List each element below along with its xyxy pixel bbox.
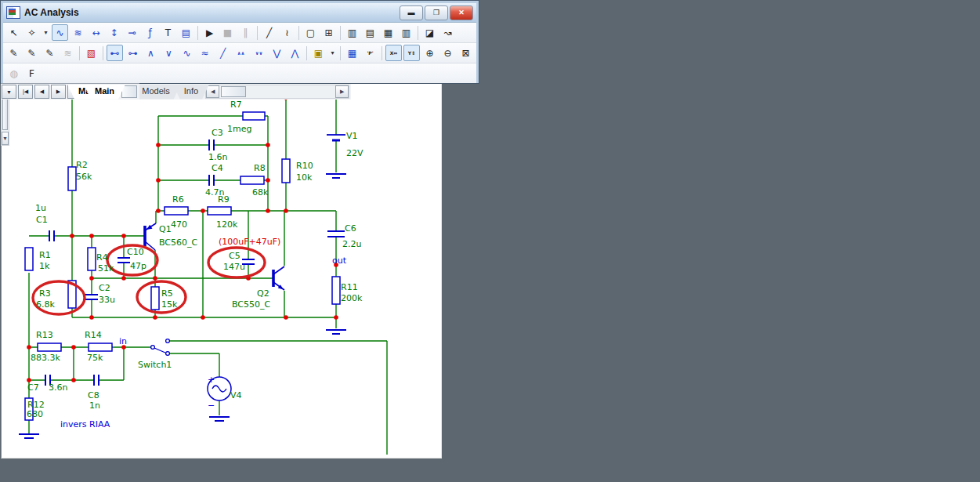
analysis-toolbar-row3: ◍F	[3, 63, 476, 83]
restore-button[interactable]: ❐	[425, 5, 448, 20]
schematic-label: invers RIAA	[60, 419, 110, 429]
scroll-right-arrow[interactable]: ▶	[335, 85, 349, 98]
global-low-button[interactable]: ⋁	[269, 45, 285, 61]
scroll-left-arrow[interactable]: ◀	[206, 85, 219, 98]
pencil-x-button[interactable]: ✎	[5, 45, 22, 61]
pattern-columns-button[interactable]: ▥	[398, 24, 414, 41]
waveform-gray-button[interactable]: ≋	[60, 45, 76, 61]
zoom-area-button[interactable]: ⊠	[457, 45, 474, 61]
minimize-button[interactable]: ▬	[400, 5, 423, 20]
schematic-label: C10	[127, 247, 144, 257]
tag-point-button[interactable]: ⊸	[124, 24, 140, 41]
run-button[interactable]: ▶	[201, 24, 218, 41]
peak-button[interactable]: ∧	[143, 45, 159, 61]
resistor-R6	[165, 207, 188, 215]
select-tool[interactable]: ↖	[5, 24, 22, 41]
periodic-steady-state-button[interactable]: 'P'	[362, 45, 378, 61]
line-tool[interactable]: ╱	[261, 24, 277, 41]
cursor-mode-button[interactable]: ≋	[70, 24, 86, 41]
schematic-label: 47p	[130, 261, 146, 271]
capacitor-C1	[49, 230, 54, 241]
pause-button[interactable]: ‖	[237, 24, 254, 41]
zoom-in-button[interactable]: ⊕	[421, 45, 438, 61]
ac-analysis-titlebar[interactable]: AC Analysis ▬ ❐ ✕	[3, 3, 476, 23]
wave-small-button[interactable]: ∿	[179, 45, 195, 61]
schematic-label: R10	[296, 161, 313, 171]
shape-tool[interactable]: ✧	[24, 24, 40, 41]
schematic-label: C4	[212, 163, 223, 173]
analysis-toolbar-row2: ✎✎✎≋▧⊷⊶∧∨∿≈╱∧∧∨∨⋁⋀▣▾▦'P'X⇔Y⇕⊕⊖⊠	[3, 43, 476, 63]
schematic-label: 68k	[252, 187, 269, 198]
plot-3d-dropdown[interactable]: ▾	[328, 45, 337, 61]
horizontal-tag-button[interactable]: ↔	[88, 24, 104, 41]
schematic-label: R8	[254, 163, 266, 173]
pencil-both-button[interactable]: ✎	[42, 45, 58, 61]
shape-dropdown[interactable]: ▾	[42, 24, 50, 41]
ground-out	[326, 330, 346, 334]
schematic-label: C5	[229, 251, 240, 261]
page-nav-button[interactable]: ▼	[2, 85, 16, 99]
transistor-Q1-arrow	[146, 225, 153, 230]
schematic-hscrollbar[interactable]: ◀ ▶	[205, 85, 349, 99]
schematic-tab-info[interactable]: Info	[173, 85, 209, 100]
select-region-button[interactable]: ▢	[302, 24, 319, 41]
pencil-y-button[interactable]: ✎	[24, 45, 40, 61]
toolbar-separator	[418, 26, 418, 40]
xy-plot-button[interactable]: ▧	[83, 45, 99, 61]
globe-button[interactable]: ◍	[5, 65, 22, 82]
analysis-tab-main[interactable]: Main	[84, 85, 125, 100]
numeric-output-button[interactable]: ▦	[344, 45, 360, 61]
close-button[interactable]: ✕	[450, 5, 473, 20]
fourier-button[interactable]: ƒ	[142, 24, 158, 41]
valley-button[interactable]: ∨	[161, 45, 177, 61]
schematic-label: 200k	[341, 293, 363, 303]
page-nav-button[interactable]: ◀	[34, 85, 49, 99]
vertical-tag-button[interactable]: ↕	[106, 24, 122, 41]
pattern-grid-button[interactable]: ▦	[380, 24, 396, 41]
page-nav-button[interactable]: |◀	[18, 85, 33, 99]
pattern-vlines-button[interactable]: ▥	[344, 24, 360, 41]
schematic-label: R4	[96, 252, 108, 263]
resistor-R10	[282, 159, 290, 183]
page-nav-button[interactable]: ▶	[51, 85, 66, 99]
plot-3d-button[interactable]: ▣	[310, 45, 327, 61]
polyline-tool[interactable]: ≀	[279, 24, 295, 41]
schematic-label: Q1	[159, 224, 172, 234]
properties-button[interactable]: ▤	[178, 24, 194, 41]
peaks-all-button[interactable]: ∧∧	[233, 45, 249, 61]
schematic-drawing[interactable]: R256k1uC1R11kR451kC1047pQ1BC560_CR36.8kC…	[2, 84, 441, 455]
pattern-hlines-button[interactable]: ▤	[362, 24, 378, 41]
cursor-horizontal-button[interactable]: ⊷	[107, 45, 123, 61]
global-high-button[interactable]: ⋀	[287, 45, 303, 61]
toolbar-separator	[340, 26, 341, 40]
stop-button[interactable]: ■	[219, 24, 236, 41]
resistor-R8	[240, 176, 264, 184]
zoom-out-button[interactable]: ⊖	[439, 45, 456, 61]
y-range-button[interactable]: Y⇕	[403, 45, 420, 61]
capacitor-C6	[327, 231, 345, 237]
scroll-down-arrow[interactable]: ▼	[2, 132, 9, 145]
text-tool[interactable]: T	[160, 24, 176, 41]
wave-multi-button[interactable]: ≈	[197, 45, 213, 61]
schematic-label: −	[208, 400, 215, 411]
scroll-thumb[interactable]	[221, 86, 246, 97]
font-button[interactable]: F	[24, 65, 40, 82]
x-range-button[interactable]: X⇔	[385, 45, 402, 61]
data-points-button[interactable]: ⊞	[320, 24, 337, 41]
probe-tool[interactable]: ↝	[439, 24, 456, 41]
split-plot-button[interactable]: ◪	[421, 24, 438, 41]
schematic-label: C6	[345, 223, 356, 234]
schematic-canvas[interactable]: R256k1uC1R11kR451kC1047pQ1BC560_CR36.8kC…	[1, 83, 442, 458]
slope-button[interactable]: ╱	[215, 45, 231, 61]
schematic-label: V4	[230, 390, 242, 400]
analysis-toolbar-row1: ↖✧▾∿≋↔↕⊸ƒT▤▶■‖╱≀▢⊞▥▤▦▥◪↝	[3, 23, 476, 43]
resistor-R9	[208, 207, 231, 215]
switch-SW1[interactable]	[151, 339, 170, 356]
schematic-label: R14	[85, 330, 102, 340]
cursor-datapoint-button[interactable]: ⊶	[125, 45, 141, 61]
scale-mode-button[interactable]: ∿	[52, 24, 68, 41]
schematic-label: (100uF+47uF)	[219, 237, 280, 247]
scroll-thumb[interactable]	[2, 99, 8, 130]
valleys-all-button[interactable]: ∨∨	[251, 45, 267, 61]
schematic-label: BC560_C	[159, 237, 198, 248]
